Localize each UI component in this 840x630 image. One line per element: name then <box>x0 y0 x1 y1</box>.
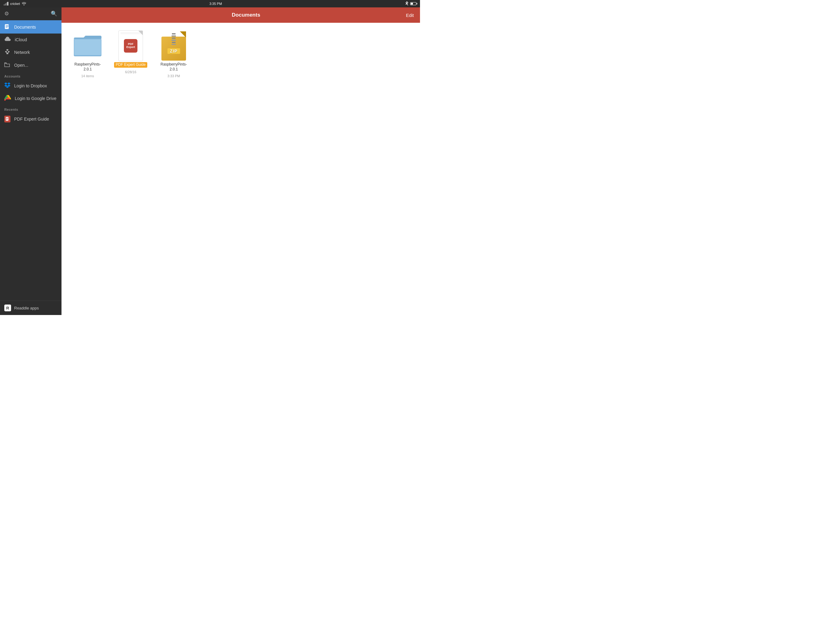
search-icon[interactable]: 🔍 <box>51 11 57 17</box>
icloud-icon <box>4 36 11 43</box>
status-right <box>405 1 416 6</box>
sidebar-footer[interactable]: R Readdle apps <box>0 301 62 315</box>
documents-icon <box>4 24 11 30</box>
wifi-icon <box>22 2 26 6</box>
sidebar-item-label-documents: Documents <box>14 25 36 30</box>
file-meta-zip: 3:33 PM <box>167 74 180 78</box>
sidebar-item-label-gdrive: Login to Google Drive <box>15 96 56 101</box>
sidebar-item-label-dropbox: Login to Dropbox <box>14 83 47 88</box>
sidebar-item-label-recent-pdf: PDF Expert Guide <box>14 117 49 122</box>
carrier-name: cricket <box>10 2 20 6</box>
svg-rect-4 <box>6 49 8 51</box>
svg-rect-2 <box>5 51 7 52</box>
sidebar-item-label-icloud: iCloud <box>15 37 27 42</box>
edit-button[interactable]: Edit <box>406 13 414 18</box>
svg-rect-20 <box>74 40 101 55</box>
svg-marker-9 <box>7 82 11 85</box>
sidebar-item-dropbox[interactable]: Login to Dropbox <box>0 79 62 92</box>
sidebar-item-icloud[interactable]: iCloud <box>0 33 62 46</box>
pdf-file-icon: PDFExpert <box>117 32 145 60</box>
gdrive-icon <box>4 95 11 101</box>
sidebar-item-documents[interactable]: Documents <box>0 20 62 33</box>
file-meta-pdf: 6/28/16 <box>125 70 136 74</box>
readdle-logo: R <box>4 304 11 311</box>
svg-marker-8 <box>4 82 7 85</box>
wifi-signal <box>4 2 8 6</box>
settings-icon[interactable]: ⚙ <box>4 11 9 17</box>
network-icon <box>4 49 11 56</box>
battery-icon <box>410 2 416 5</box>
file-meta-folder: 14 items <box>81 74 94 78</box>
sidebar-item-label-open: Open... <box>14 63 28 68</box>
folder-icon <box>74 32 101 60</box>
sidebar-item-recent-pdf[interactable]: PDF Expert Guide <box>0 112 62 125</box>
zip-file-icon: ZIP <box>160 32 188 60</box>
sidebar-item-open[interactable]: Open... <box>0 59 62 71</box>
open-icon <box>4 62 11 68</box>
sidebar: ⚙ 🔍 Documents iCloud <box>0 7 62 315</box>
bluetooth-icon <box>405 1 408 6</box>
file-item-pdf[interactable]: PDFExpert PDF Expert Guide 6/28/16 <box>114 32 148 78</box>
file-item-folder[interactable]: RaspberryPints-2.0.1 14 items <box>71 32 104 78</box>
status-time: 3:35 PM <box>209 2 222 6</box>
main-header-title: Documents <box>86 12 406 18</box>
recent-pdf-icon <box>4 116 11 122</box>
svg-rect-1 <box>6 52 8 54</box>
file-name-folder: RaspberryPints-2.0.1 <box>71 62 104 72</box>
status-left: cricket <box>4 2 26 6</box>
sidebar-header: ⚙ 🔍 <box>0 7 62 20</box>
dropbox-icon <box>4 82 11 89</box>
app-container: ⚙ 🔍 Documents iCloud <box>0 7 420 315</box>
sidebar-item-label-network: Network <box>14 50 30 55</box>
file-name-zip: RaspberryPints-2.0.1 <box>157 62 191 72</box>
accounts-section-label: Accounts <box>0 71 62 79</box>
file-grid: RaspberryPints-2.0.1 14 items PDFExpert <box>62 23 420 315</box>
svg-rect-3 <box>8 51 9 52</box>
main-content: Documents Edit RaspberryPints-2.0.1 14 i… <box>62 7 420 315</box>
sidebar-item-gdrive[interactable]: Login to Google Drive <box>0 92 62 104</box>
readdle-label: Readdle apps <box>14 306 39 310</box>
main-header: Documents Edit <box>62 7 420 23</box>
file-item-zip[interactable]: ZIP RaspberryPints-2.0.1 3:33 PM <box>157 32 191 78</box>
file-name-pdf: PDF Expert Guide <box>114 62 147 68</box>
status-bar: cricket 3:35 PM <box>0 0 420 7</box>
recents-section-label: Recents <box>0 104 62 112</box>
sidebar-item-network[interactable]: Network <box>0 46 62 59</box>
